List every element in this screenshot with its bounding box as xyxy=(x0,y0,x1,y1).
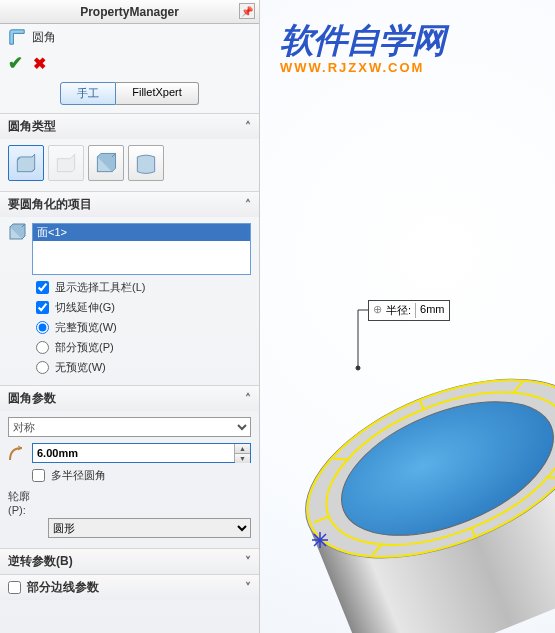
partial-preview-row[interactable]: 部分预览(P) xyxy=(36,340,251,355)
section-body-type xyxy=(0,139,259,191)
multi-radius-label: 多半径圆角 xyxy=(51,468,106,483)
pin-button[interactable]: 📌 xyxy=(239,3,255,19)
graphics-viewport[interactable]: 软件自学网 WWW.RJZXW.COM xyxy=(260,0,555,633)
section-header-partial-edge[interactable]: 部分边线参数 ˅ xyxy=(0,574,259,600)
section-body-params: 对称 ▲ ▼ 多半径圆角 轮廓(P): 圆形 xyxy=(0,411,259,548)
property-manager-panel: PropertyManager 📌 圆角 ✔ ✖ 手工 FilletXpert … xyxy=(0,0,260,633)
fillet-type-constant[interactable] xyxy=(8,145,44,181)
tab-manual[interactable]: 手工 xyxy=(60,82,116,105)
selection-item[interactable]: 面<1> xyxy=(33,224,250,241)
show-toolbar-label: 显示选择工具栏(L) xyxy=(55,280,145,295)
section-body-items: 面<1> 显示选择工具栏(L) 切线延伸(G) 完整预览(W) 部分预览(P) … xyxy=(0,217,259,385)
no-preview-label: 无预览(W) xyxy=(55,360,106,375)
multi-radius-checkbox[interactable] xyxy=(32,469,45,482)
pm-title: PropertyManager xyxy=(80,5,179,19)
spin-down[interactable]: ▼ xyxy=(235,454,250,463)
section-header-params[interactable]: 圆角参数 ˄ xyxy=(0,385,259,411)
chevron-up-icon: ˄ xyxy=(245,120,251,134)
confirm-row: ✔ ✖ xyxy=(0,50,259,80)
tangent-checkbox[interactable] xyxy=(36,301,49,314)
radius-input-wrapper: ▲ ▼ xyxy=(32,443,251,463)
full-preview-radio[interactable] xyxy=(36,321,49,334)
section-title-params: 圆角参数 xyxy=(8,390,56,407)
callout-label: 半径: xyxy=(386,303,416,318)
fillet-type-row xyxy=(8,145,251,181)
section-header-items[interactable]: 要圆角化的项目 ˄ xyxy=(0,191,259,217)
radius-callout[interactable]: ⊕ 半径: 6mm xyxy=(368,300,450,321)
fillet-icon xyxy=(8,28,26,46)
selection-icon xyxy=(8,223,26,241)
radius-input[interactable] xyxy=(33,444,234,462)
section-title-partial-edge: 部分边线参数 xyxy=(27,579,245,596)
chevron-down-icon: ˅ xyxy=(245,555,251,569)
tab-filletxpert[interactable]: FilletXpert xyxy=(116,82,199,105)
full-preview-label: 完整预览(W) xyxy=(55,320,117,335)
tangent-label: 切线延伸(G) xyxy=(55,300,115,315)
show-toolbar-row[interactable]: 显示选择工具栏(L) xyxy=(36,280,251,295)
section-title-items: 要圆角化的项目 xyxy=(8,196,92,213)
mode-tabs: 手工 FilletXpert xyxy=(0,82,259,105)
chevron-up-icon: ˄ xyxy=(245,198,251,212)
partial-preview-label: 部分预览(P) xyxy=(55,340,114,355)
chevron-up-icon: ˄ xyxy=(245,392,251,406)
full-preview-row[interactable]: 完整预览(W) xyxy=(36,320,251,335)
radius-spinner: ▲ ▼ xyxy=(234,444,250,462)
show-toolbar-checkbox[interactable] xyxy=(36,281,49,294)
section-header-type[interactable]: 圆角类型 ˄ xyxy=(0,113,259,139)
partial-preview-radio[interactable] xyxy=(36,341,49,354)
radius-icon xyxy=(8,444,26,462)
fillet-type-face[interactable] xyxy=(88,145,124,181)
pm-header: PropertyManager 📌 xyxy=(0,0,259,24)
spin-up[interactable]: ▲ xyxy=(235,444,250,454)
callout-handle-icon[interactable]: ⊕ xyxy=(373,303,382,318)
feature-title-row: 圆角 xyxy=(0,24,259,50)
no-preview-radio[interactable] xyxy=(36,361,49,374)
section-title-reverse: 逆转参数(B) xyxy=(8,553,73,570)
section-header-reverse[interactable]: 逆转参数(B) ˅ xyxy=(0,548,259,574)
chevron-down-icon: ˅ xyxy=(245,581,251,595)
feature-name: 圆角 xyxy=(32,29,56,46)
cancel-button[interactable]: ✖ xyxy=(33,54,46,73)
method-select[interactable]: 对称 xyxy=(8,417,251,437)
multi-radius-row[interactable]: 多半径圆角 xyxy=(32,468,251,483)
ok-button[interactable]: ✔ xyxy=(8,52,23,74)
fillet-type-variable[interactable] xyxy=(48,145,84,181)
selection-list[interactable]: 面<1> xyxy=(32,223,251,275)
profile-select[interactable]: 圆形 xyxy=(48,518,251,538)
section-title-type: 圆角类型 xyxy=(8,118,56,135)
profile-label: 轮廓(P): xyxy=(8,489,42,516)
tangent-row[interactable]: 切线延伸(G) xyxy=(36,300,251,315)
profile-row: 轮廓(P): xyxy=(8,489,251,516)
fillet-type-full-round[interactable] xyxy=(128,145,164,181)
no-preview-row[interactable]: 无预览(W) xyxy=(36,360,251,375)
callout-value[interactable]: 6mm xyxy=(420,303,444,318)
partial-edge-checkbox[interactable] xyxy=(8,581,21,594)
